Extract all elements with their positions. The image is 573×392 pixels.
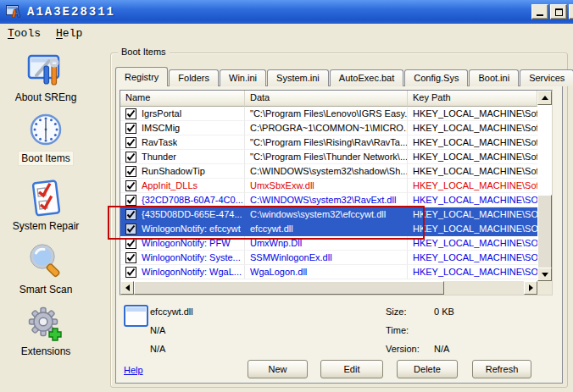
table-row[interactable]: {32CD708B-60A7-4C0...C:\WINDOWS\system32… [120,193,537,207]
scroll-down-button[interactable] [537,268,552,281]
entry-name: RunShadowTip [142,164,205,178]
tab-win-ini[interactable]: Win.ini [220,69,266,86]
table-row[interactable]: WinlogonNotify: Syste...SSMWinlogonEx.dl… [120,251,537,265]
entry-name: WinlogonNotify: efccywt [142,222,241,235]
maximize-button[interactable] [550,4,567,19]
table-row[interactable]: IMSCMigC:\PROGRA~1\COMMON~1\MICRO...HKEY… [120,121,537,135]
help-link[interactable]: Help [124,365,143,375]
sidebar-item-about-sreng[interactable]: About SREng [2,49,90,104]
cell-data: C:\PROGRA~1\COMMON~1\MICRO... [245,121,408,135]
column-header-data[interactable]: Data [245,91,408,107]
column-header-key-path[interactable]: Key Path [408,91,537,107]
time-label: Time: [386,325,409,335]
sidebar-item-boot-items[interactable]: Boot Items [2,110,90,165]
cell-data: UmxWnp.Dll [245,236,408,251]
entry-name: {32CD708B-60A7-4C0... [142,193,243,207]
tab-registry[interactable]: Registry [115,67,168,86]
size-value: 0 KB [434,306,454,317]
cell-data: C:\WINDOWS\system32\shadow\Sh... [245,164,408,179]
tab-services[interactable]: Services [520,69,573,86]
row-checkbox[interactable] [125,238,136,249]
scroll-up-button[interactable] [537,91,552,105]
table-row[interactable]: RavTask"C:\Program Files\Rising\Rav\RavT… [120,135,537,150]
menu-tools[interactable]: Tools [0,24,48,42]
sidebar-item-label: Smart Scan [17,283,75,296]
scroll-right-button[interactable] [524,281,537,295]
table-row[interactable]: Thunder"C:\Program Files\Thunder Network… [120,150,537,164]
row-checkbox[interactable] [125,137,136,148]
cell-name: RavTask [120,135,245,150]
tab-boot-ini[interactable]: Boot.ini [469,69,519,86]
cell-data: WgaLogon.dll [245,265,408,279]
cell-key-path: HKEY_LOCAL_MACHINE\Sof [408,107,537,121]
minimize-button[interactable] [531,4,548,19]
edit-button[interactable]: Edit [320,360,383,378]
refresh-button[interactable]: Refresh [472,360,531,378]
detail-line3: N/A [150,344,165,354]
cell-data: UmxSbxExw.dll [245,179,408,193]
row-checkbox[interactable] [125,224,136,235]
cell-key-path: HKEY_LOCAL_MACHINE\SO [408,265,537,279]
tab-system-ini[interactable]: System.ini [267,69,329,86]
app-window: A1A3E28311 × ToolsHelp About SREngBoot I… [0,0,573,392]
entry-name: WinlogonNotify: Syste... [142,251,241,264]
row-checkbox[interactable] [125,108,136,119]
sidebar-item-system-repair[interactable]: System Repair [2,178,90,233]
horizontal-scrollbar[interactable] [120,281,537,295]
table-row[interactable]: WinlogonNotify: PFWUmxWnp.DllHKEY_LOCAL_… [120,236,537,251]
cell-key-path: HKEY_LOCAL_MACHINE\Sof [408,121,537,135]
close-button[interactable]: × [569,4,573,19]
arrow-down-icon [542,273,548,277]
arrow-left-icon [125,284,130,291]
table-row[interactable]: AppInit_DLLsUmxSbxExw.dllHKEY_LOCAL_MACH… [120,179,537,193]
cell-name: RunShadowTip [120,164,245,179]
column-header-name[interactable]: Name [120,91,245,107]
tab-config-sys[interactable]: Config.Sys [404,69,468,86]
menu-help[interactable]: Help [48,24,90,42]
sidebar-item-smart-scan[interactable]: Smart Scan [2,241,90,296]
cell-name: WinlogonNotify: PFW [120,236,245,251]
cell-key-path: HKEY_LOCAL_MACHINE\SO [408,222,537,236]
cell-key-path: HKEY_LOCAL_MACHINE\SO [408,251,537,265]
delete-button[interactable]: Delete [397,360,458,378]
new-button[interactable]: New [248,360,308,378]
tab-autoexec-bat[interactable]: AutoExec.bat [330,69,403,86]
row-checkbox[interactable] [125,209,136,220]
row-checkbox[interactable] [125,267,136,278]
cell-data: C:\WINDOWS\system32\RavExt.dll [245,193,408,207]
table-header: NameDataKey Path [120,91,537,107]
scroll-left-button[interactable] [120,281,134,295]
table-row[interactable]: WinlogonNotify: efccywtefccywt.dllHKEY_L… [120,222,537,236]
table-row[interactable]: IgrsPortal"C:\Program Files\Lenovo\IGRS … [120,107,537,121]
entry-name: WinlogonNotify: WgaL... [142,265,242,279]
clock-icon [2,110,90,150]
horizontal-scroll-thumb[interactable] [134,281,444,295]
gear-icon [2,303,90,343]
entry-name: {435D08DD-665E-474... [142,207,242,221]
vertical-scroll-thumb[interactable] [537,195,552,268]
table-row[interactable]: RunShadowTipC:\WINDOWS\system32\shadow\S… [120,164,537,179]
sidebar-item-extensions[interactable]: Extensions [2,303,90,358]
row-checkbox[interactable] [125,166,136,177]
cell-key-path: HKEY_LOCAL_MACHINE\Sof [408,164,537,179]
row-checkbox[interactable] [125,252,136,263]
table-row[interactable]: {435D08DD-665E-474...C:\windows\system32… [120,207,537,222]
vertical-scrollbar[interactable] [537,91,552,281]
cell-key-path: HKEY_LOCAL_MACHINE\Sof [408,179,537,193]
row-checkbox[interactable] [125,152,136,163]
row-checkbox[interactable] [125,195,136,206]
entry-name: IMSCMig [142,121,180,135]
row-checkbox[interactable] [125,123,136,134]
cell-name: WinlogonNotify: WgaL... [120,265,245,279]
cell-key-path: HKEY_LOCAL_MACHINE\SO [408,193,537,207]
menu-bar: ToolsHelp [0,24,573,44]
cell-name: AppInit_DLLs [120,179,245,193]
row-checkbox[interactable] [125,180,136,191]
detail-filename: efccywt.dll [150,306,193,317]
table-row[interactable]: WinlogonNotify: WgaL...WgaLogon.dllHKEY_… [120,265,537,279]
entry-name: Thunder [142,150,176,163]
cell-data: "C:\Program Files\Thunder Network\... [245,150,408,164]
arrow-right-icon [529,284,533,291]
tab-folders[interactable]: Folders [169,69,219,86]
version-value: N/A [434,344,449,354]
